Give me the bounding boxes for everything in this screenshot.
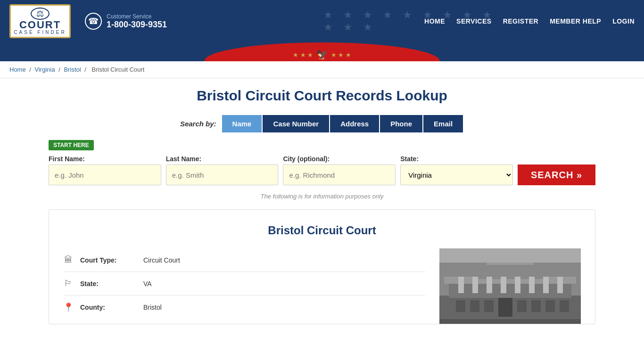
wave-stars-right: ★ ★ ★: [331, 51, 351, 58]
svg-rect-15: [470, 300, 479, 312]
svg-rect-14: [456, 300, 465, 312]
svg-rect-12: [543, 277, 549, 293]
first-name-input[interactable]: [49, 165, 161, 185]
breadcrumb-home[interactable]: Home: [9, 66, 26, 73]
customer-service: ☎ Customer Service 1-800-309-9351: [85, 13, 167, 30]
city-group: City (optional):: [283, 155, 396, 185]
page-title: Bristol Circuit Court Records Lookup: [49, 88, 595, 104]
state-group: State: Virginia: [400, 155, 513, 185]
search-form: First Name: Last Name: City (optional): …: [49, 155, 595, 185]
info-row-court-type: 🏛 Court Type: Circuit Court: [63, 248, 425, 272]
tab-name[interactable]: Name: [222, 115, 262, 132]
wave-eagle: ★ ★ ★ 🦅 ★ ★ ★: [293, 49, 351, 60]
state-select[interactable]: Virginia: [400, 165, 513, 185]
site-header: ★ ★ ★ ★ ★ ★ ★ ★ ★ ★ ★ ★ ⚖ COURT CASE FIN…: [0, 0, 644, 42]
court-info-left: 🏛 Court Type: Circuit Court 🏳 State: VA …: [63, 248, 425, 324]
state-info-label: State:: [80, 280, 137, 288]
svg-rect-4: [477, 263, 543, 279]
svg-rect-20: [545, 300, 555, 312]
logo-emblem: ⚖: [31, 8, 50, 20]
city-label: City (optional):: [283, 155, 396, 163]
wave-divider: ★ ★ ★ 🦅 ★ ★ ★: [0, 42, 644, 61]
court-info-title: Bristol Circuit Court: [63, 224, 581, 237]
state-label: State:: [400, 155, 513, 163]
info-row-state: 🏳 State: VA: [63, 272, 425, 296]
svg-rect-16: [484, 300, 494, 312]
svg-rect-11: [529, 277, 535, 293]
court-building-image: [439, 248, 581, 324]
cs-label: Customer Service: [107, 13, 167, 20]
tab-address[interactable]: Address: [330, 115, 379, 132]
svg-rect-9: [501, 277, 506, 293]
svg-rect-8: [487, 277, 492, 293]
info-note: The following is for information purpose…: [49, 193, 595, 200]
header-stars-decoration: ★ ★ ★ ★ ★ ★ ★ ★ ★ ★ ★ ★: [323, 0, 512, 42]
search-button[interactable]: SEARCH »: [518, 165, 595, 185]
svg-rect-13: [557, 277, 563, 293]
cs-text: Customer Service 1-800-309-9351: [107, 13, 167, 30]
court-type-value: Circuit Court: [143, 256, 180, 264]
search-bar: Search by: Name Case Number Address Phon…: [49, 115, 595, 132]
tab-phone[interactable]: Phone: [380, 115, 422, 132]
breadcrumb-bristol[interactable]: Bristol: [64, 66, 81, 73]
phone-icon: ☎: [85, 13, 102, 30]
breadcrumb-sep-3: /: [84, 66, 88, 73]
svg-rect-18: [517, 300, 527, 312]
court-info-box: Bristol Circuit Court 🏛 Court Type: Circ…: [49, 209, 595, 324]
svg-rect-7: [472, 277, 478, 293]
tab-case-number[interactable]: Case Number: [263, 115, 329, 132]
svg-rect-21: [560, 300, 569, 312]
svg-rect-17: [498, 298, 512, 317]
breadcrumb-current: Bristol Circuit Court: [92, 66, 145, 73]
logo-text: COURT CASE FINDER: [14, 20, 66, 35]
eagle-symbol: 🦅: [316, 49, 328, 60]
court-info-right: [439, 248, 581, 324]
state-info-value: VA: [143, 280, 152, 288]
svg-rect-22: [439, 248, 581, 263]
breadcrumb-sep-2: /: [58, 66, 62, 73]
main-content: Bristol Circuit Court Records Lookup Sea…: [39, 78, 605, 324]
logo-area: ⚖ COURT CASE FINDER: [9, 4, 71, 38]
wave-stars-left: ★ ★ ★: [293, 51, 313, 58]
court-building-svg: [439, 248, 581, 324]
svg-rect-23: [439, 319, 581, 324]
breadcrumb: Home / Virginia / Bristol / Bristol Circ…: [0, 61, 644, 78]
last-name-input[interactable]: [166, 165, 279, 185]
flag-icon: 🏳: [63, 279, 74, 288]
location-icon: 📍: [63, 302, 74, 313]
last-name-group: Last Name:: [166, 155, 279, 185]
first-name-label: First Name:: [49, 155, 161, 163]
tab-email[interactable]: Email: [423, 115, 463, 132]
county-label: County:: [80, 304, 137, 311]
search-by-label: Search by:: [180, 120, 216, 128]
city-input[interactable]: [283, 165, 396, 185]
logo-box: ⚖ COURT CASE FINDER: [9, 4, 71, 38]
building-icon: 🏛: [63, 255, 74, 265]
court-info-content: 🏛 Court Type: Circuit Court 🏳 State: VA …: [63, 248, 581, 324]
court-type-label: Court Type:: [80, 256, 137, 264]
info-row-county: 📍 County: Bristol: [63, 296, 425, 319]
first-name-group: First Name:: [49, 155, 161, 185]
logo-court-text: COURT: [14, 20, 66, 30]
svg-rect-2: [449, 281, 571, 298]
breadcrumb-virginia[interactable]: Virginia: [35, 66, 55, 73]
logo-case-finder-text: CASE FINDER: [14, 30, 66, 35]
svg-rect-19: [531, 300, 541, 312]
nav-member-help[interactable]: MEMBER HELP: [550, 17, 601, 25]
search-form-container: START HERE First Name: Last Name: City (…: [49, 140, 595, 185]
start-here-badge: START HERE: [49, 140, 94, 150]
county-value: Bristol: [143, 304, 162, 311]
cs-phone: 1-800-309-9351: [107, 20, 167, 30]
nav-login[interactable]: LOGIN: [612, 17, 635, 25]
last-name-label: Last Name:: [166, 155, 279, 163]
svg-rect-10: [515, 277, 520, 293]
breadcrumb-sep-1: /: [29, 66, 33, 73]
svg-rect-6: [458, 277, 464, 293]
